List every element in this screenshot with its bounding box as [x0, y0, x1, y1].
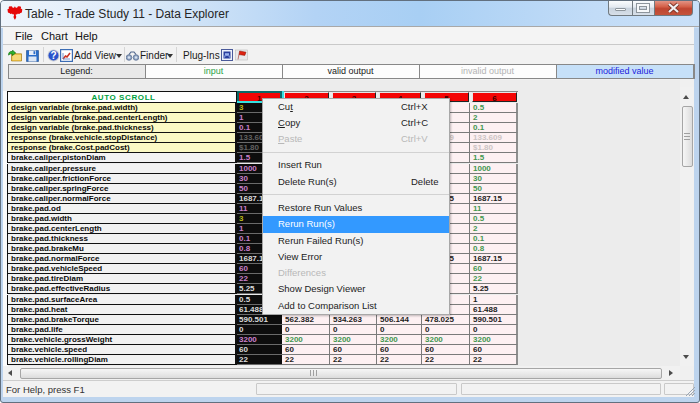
- svg-text:?: ?: [50, 50, 56, 61]
